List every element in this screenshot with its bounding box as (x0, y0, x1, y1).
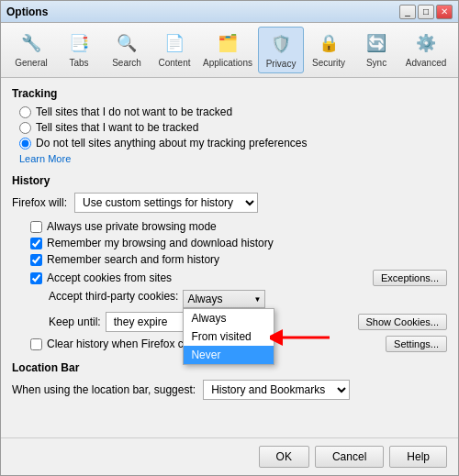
tracking-section: Tracking Tell sites that I do not want t… (12, 87, 447, 165)
help-button[interactable]: Help (389, 446, 447, 468)
tracking-option-1: Tell sites that I do not want to be trac… (19, 105, 447, 118)
history-select[interactable]: Use custom settings for history Remember… (74, 193, 258, 213)
accept-cookies-item: Accept cookies from sites (30, 271, 172, 284)
firefox-will-row: Firefox will: Use custom settings for hi… (12, 193, 447, 213)
learn-more-link[interactable]: Learn More (19, 153, 71, 164)
toolbar-general[interactable]: 🔧 General (8, 27, 54, 73)
security-icon: 🔒 (316, 30, 341, 56)
dropdown-arrow-icon: ▼ (253, 295, 261, 304)
accept-cookies-row: Accept cookies from sites Exceptions... (30, 270, 447, 286)
toolbar-tabs[interactable]: 📑 Tabs (56, 27, 102, 73)
tracking-option-3-label: Do not tell sites anything about my trac… (36, 137, 308, 149)
third-party-select[interactable]: Always ▼ (183, 290, 265, 308)
dropdown-option-always[interactable]: Always (184, 309, 274, 327)
toolbar-advanced[interactable]: ⚙️ Advanced (401, 27, 451, 73)
tracking-radio-1[interactable] (19, 106, 31, 118)
toolbar-security[interactable]: 🔒 Security (306, 27, 352, 73)
third-party-row: Accept third-party cookies: Always ▼ Alw… (49, 290, 447, 308)
tracking-option-2-label: Tell sites that I want to be tracked (36, 121, 198, 134)
tabs-icon: 📑 (66, 30, 92, 56)
dropdown-option-from-visited[interactable]: From visited (184, 327, 274, 346)
third-party-left: Accept third-party cookies: Always ▼ Alw… (30, 290, 447, 352)
toolbar-general-label: General (15, 58, 48, 68)
close-button[interactable]: ✕ (436, 5, 453, 19)
toolbar-search-label: Search (112, 58, 141, 68)
location-bar-select[interactable]: History and Bookmarks Bookmarks History … (203, 380, 350, 400)
advanced-icon: ⚙️ (413, 30, 439, 56)
options-window: Options _ □ ✕ 🔧 General 📑 Tabs 🔍 Search … (0, 0, 459, 476)
tracking-option-2: Tell sites that I want to be tracked (19, 121, 447, 134)
dropdown-option-never[interactable]: Never (184, 346, 274, 364)
always-private-label: Always use private browsing mode (47, 220, 217, 233)
remember-browsing-checkbox[interactable] (30, 238, 42, 249)
tracking-option-1-label: Tell sites that I do not want to be trac… (36, 105, 232, 118)
tracking-option-3: Do not tell sites anything about my trac… (19, 137, 447, 149)
toolbar-security-label: Security (312, 58, 345, 68)
toolbar-content[interactable]: 📄 Content (151, 27, 197, 73)
footer: OK Cancel Help (1, 437, 458, 475)
history-title: History (12, 174, 447, 187)
toolbar-sync-label: Sync (366, 58, 386, 68)
clear-history-checkbox[interactable] (30, 338, 42, 350)
always-private-checkbox[interactable] (30, 221, 42, 233)
remember-browsing-label: Remember my browsing and download histor… (47, 237, 274, 249)
remember-search-label: Remember search and form history (47, 253, 219, 266)
privacy-icon: 🛡️ (268, 31, 294, 57)
location-bar-label: When using the location bar, suggest: (12, 383, 196, 396)
title-bar: Options _ □ ✕ (1, 1, 458, 23)
red-arrow-svg (270, 325, 334, 350)
keep-until-label: Keep until: (49, 315, 101, 328)
always-private-item: Always use private browsing mode (30, 220, 447, 233)
ok-button[interactable]: OK (259, 446, 309, 468)
tracking-radio-3[interactable] (19, 138, 31, 149)
history-section: History Firefox will: Use custom setting… (12, 174, 447, 352)
title-bar-controls: _ □ ✕ (399, 5, 453, 19)
show-cookies-button[interactable]: Show Cookies... (358, 314, 447, 330)
third-party-area: Accept third-party cookies: Always ▼ Alw… (30, 290, 447, 352)
tracking-title: Tracking (12, 87, 447, 100)
toolbar-tabs-label: Tabs (69, 58, 88, 68)
toolbar-privacy-label: Privacy (266, 59, 297, 69)
firefox-will-label: Firefox will: (12, 196, 67, 209)
general-icon: 🔧 (18, 30, 44, 56)
toolbar-advanced-label: Advanced (406, 58, 446, 68)
window-title: Options (6, 6, 48, 18)
remember-search-checkbox[interactable] (30, 254, 42, 266)
third-party-label: Accept third-party cookies: (49, 290, 178, 303)
toolbar-sync[interactable]: 🔄 Sync (353, 27, 399, 73)
toolbar-applications-label: Applications (203, 58, 252, 68)
content-icon: 📄 (162, 30, 187, 56)
tracking-radio-group: Tell sites that I do not want to be trac… (19, 105, 447, 149)
settings-button[interactable]: Settings... (386, 336, 447, 352)
toolbar: 🔧 General 📑 Tabs 🔍 Search 📄 Content 🗂️ A… (1, 23, 458, 78)
accept-cookies-label: Accept cookies from sites (47, 271, 172, 284)
maximize-button[interactable]: □ (418, 5, 434, 19)
cancel-button[interactable]: Cancel (315, 446, 384, 468)
search-icon: 🔍 (114, 30, 140, 56)
location-bar-row: When using the location bar, suggest: Hi… (12, 380, 447, 400)
tracking-radio-2[interactable] (19, 122, 31, 134)
exceptions-button[interactable]: Exceptions... (373, 270, 447, 286)
location-bar-section: Location Bar When using the location bar… (12, 361, 447, 400)
content-area: Tracking Tell sites that I do not want t… (1, 78, 458, 437)
remember-browsing-item: Remember my browsing and download histor… (30, 237, 447, 249)
accept-cookies-checkbox[interactable] (30, 272, 42, 284)
toolbar-applications[interactable]: 🗂️ Applications (199, 27, 256, 73)
toolbar-search[interactable]: 🔍 Search (104, 27, 150, 73)
minimize-button[interactable]: _ (399, 5, 416, 19)
sync-icon: 🔄 (364, 30, 389, 56)
third-party-dropdown-popup: Always From visited Never (183, 308, 274, 365)
toolbar-content-label: Content (158, 58, 190, 68)
remember-search-item: Remember search and form history (30, 253, 447, 266)
third-party-value: Always (187, 293, 222, 305)
third-party-dropdown-container: Always ▼ Always From visited Never (183, 290, 265, 308)
applications-icon: 🗂️ (215, 30, 241, 56)
history-checkboxes: Always use private browsing mode Remembe… (30, 220, 447, 352)
arrow-indicator (270, 325, 334, 353)
toolbar-privacy[interactable]: 🛡️ Privacy (258, 27, 304, 73)
